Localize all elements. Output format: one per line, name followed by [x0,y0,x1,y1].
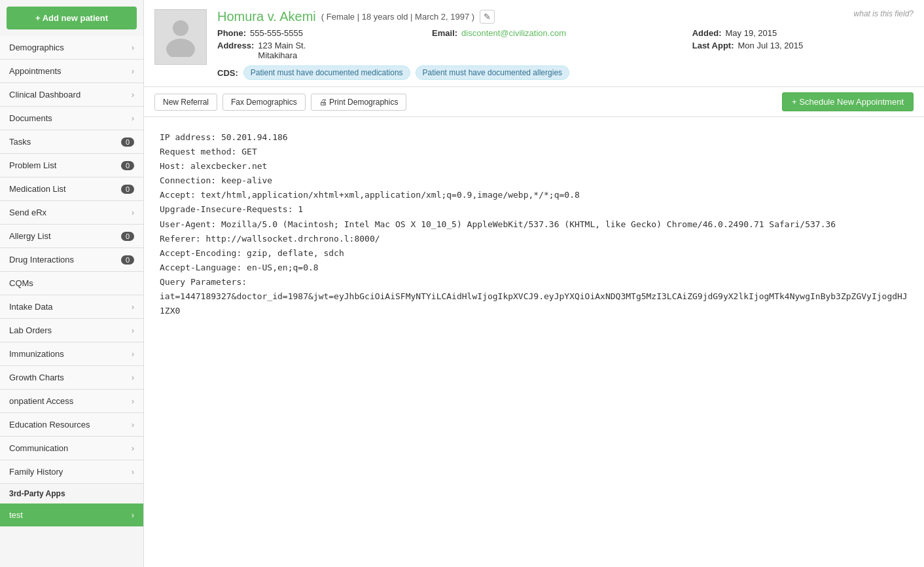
sidebar-item-label: Tasks [9,137,31,147]
avatar-icon [164,18,197,57]
added-value: May 19, 2015 [726,28,777,38]
sidebar-item-badge: 0 [121,232,134,241]
chevron-right-icon: › [132,350,134,359]
chevron-right-icon: › [132,43,134,52]
sidebar-item-badge: 0 [121,137,134,147]
cds-badge-medications[interactable]: Patient must have documented medications [243,65,410,80]
add-patient-button[interactable]: + Add new patient [7,7,137,29]
action-bar-left: New Referral Fax Demographics 🖨 Print De… [154,94,406,111]
sidebar-item-intake-data[interactable]: Intake Data› [0,295,143,319]
sidebar-item-label: Immunizations [9,349,64,359]
sidebar-item-documents[interactable]: Documents› [0,107,143,130]
sidebar-item-label: Education Resources [9,420,90,430]
email-field: Email: discontent@civilization.com [432,28,677,38]
sidebar-item-badge: 0 [121,185,134,194]
sidebar-item-drug-interactions[interactable]: Drug Interactions0 [0,248,143,272]
edit-icon[interactable]: ✎ [480,10,495,24]
patient-header: what is this field? Homura v. Akemi ( Fe… [144,0,924,87]
sidebar-item-demographics[interactable]: Demographics› [0,36,143,60]
chevron-right-icon: › [132,326,134,335]
chevron-right-icon: › [132,373,134,382]
sidebar-item-label: Intake Data [9,302,53,312]
chevron-right-icon: › [132,444,134,453]
action-bar: New Referral Fax Demographics 🖨 Print De… [144,87,924,117]
sidebar-item-problem-list[interactable]: Problem List0 [0,154,143,177]
sidebar-item-send-erx[interactable]: Send eRx› [0,201,143,225]
sidebar-item-medication-list[interactable]: Medication List0 [0,177,143,201]
sidebar: + Add new patient Demographics›Appointme… [0,0,144,567]
sidebar-item-badge: 0 [121,161,134,170]
sidebar-item-allergy-list[interactable]: Allergy List0 [0,225,143,248]
sidebar-item-label: onpatient Access [9,396,73,406]
app-label: test [9,510,23,520]
sidebar-item-label: CQMs [9,278,33,288]
email-value[interactable]: discontent@civilization.com [461,28,566,38]
sidebar-item-label: Allergy List [9,231,51,241]
sidebar-nav: Demographics›Appointments›Clinical Dashb… [0,36,143,484]
patient-name: Homura v. Akemi [217,9,316,24]
fax-demographics-button[interactable]: Fax Demographics [222,94,306,111]
sidebar-item-tasks[interactable]: Tasks0 [0,130,143,154]
print-demographics-button[interactable]: 🖨 Print Demographics [311,94,407,111]
sidebar-item-appointments[interactable]: Appointments› [0,60,143,83]
phone-value: 555-555-5555 [250,28,303,38]
sidebar-item-growth-charts[interactable]: Growth Charts› [0,366,143,390]
chevron-right-icon: › [132,510,134,520]
patient-avatar [154,9,207,65]
last-appt-label: Last Appt: [692,41,734,50]
schedule-new-appointment-button[interactable]: + Schedule New Appointment [782,92,914,111]
chevron-right-icon: › [132,90,134,100]
svg-point-0 [173,20,188,36]
sidebar-item-label: Appointments [9,66,62,76]
sidebar-item-label: Lab Orders [9,325,52,335]
sidebar-item-label: Problem List [9,160,56,170]
chevron-right-icon: › [132,114,134,123]
chevron-right-icon: › [132,67,134,76]
phone-label: Phone: [217,28,246,38]
svg-point-1 [166,39,195,57]
patient-details: Homura v. Akemi ( Female | 18 years old … [217,9,914,80]
sidebar-item-family-history[interactable]: Family History› [0,460,143,484]
added-field: Added: May 19, 2015 [692,28,914,38]
sidebar-item-label: Send eRx [9,208,46,217]
patient-fields: Phone: 555-555-5555 Email: discontent@ci… [217,28,914,60]
email-label: Email: [432,28,457,38]
debug-content: IP address: 50.201.94.186 Request method… [144,117,924,567]
sidebar-item-badge: 0 [121,255,134,265]
cds-row: CDS: Patient must have documented medica… [217,65,914,80]
cds-badge-allergies[interactable]: Patient must have documented allergies [416,65,569,80]
chevron-right-icon: › [132,420,134,430]
sidebar-item-label: Family History [9,467,63,477]
added-label: Added: [692,28,722,38]
sidebar-item-label: Drug Interactions [9,255,74,265]
last-appt-field: Last Appt: Mon Jul 13, 2015 [692,41,914,60]
sidebar-app-test[interactable]: test › [0,503,143,526]
cds-label: CDS: [217,68,238,78]
sidebar-item-label: Clinical Dashboard [9,90,80,100]
sidebar-item-onpatient-access[interactable]: onpatient Access› [0,390,143,413]
sidebar-item-label: Medication List [9,184,66,194]
sidebar-item-education-resources[interactable]: Education Resources› [0,413,143,437]
last-appt-value: Mon Jul 13, 2015 [738,41,804,50]
main-content: what is this field? Homura v. Akemi ( Fe… [144,0,924,567]
sidebar-item-lab-orders[interactable]: Lab Orders› [0,319,143,342]
chevron-right-icon: › [132,467,134,477]
sidebar-item-label: Demographics [9,43,64,52]
sidebar-item-cqms[interactable]: CQMs [0,272,143,295]
sidebar-item-clinical-dashboard[interactable]: Clinical Dashboard› [0,83,143,107]
chevron-right-icon: › [132,397,134,406]
chevron-right-icon: › [132,302,134,312]
new-referral-button[interactable]: New Referral [154,94,217,111]
chevron-right-icon: › [132,208,134,217]
third-party-section-label: 3rd-Party Apps [0,484,143,501]
sidebar-item-label: Communication [9,443,68,453]
address-field: Address: 123 Main St. Mitakihara [217,41,416,60]
phone-field: Phone: 555-555-5555 [217,28,416,38]
sidebar-item-immunizations[interactable]: Immunizations› [0,342,143,366]
address-value: 123 Main St. Mitakihara [258,41,306,60]
sidebar-item-label: Documents [9,113,52,123]
patient-meta: ( Female | 18 years old | March 2, 1997 … [321,12,474,22]
sidebar-item-communication[interactable]: Communication› [0,437,143,460]
what-is-this-field[interactable]: what is this field? [854,9,914,18]
address-label: Address: [217,41,254,50]
